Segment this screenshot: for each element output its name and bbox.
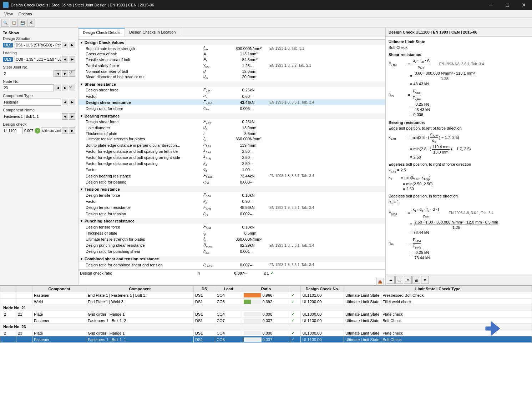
node-next-btn[interactable]: ▶ xyxy=(62,85,68,91)
dc-prev-btn[interactable]: ◀ xyxy=(62,127,68,134)
rp-copy-btn[interactable]: ⬅ xyxy=(387,276,395,284)
table-row: Partial safety factor γM2 1.25 -- EN 199… xyxy=(78,62,385,69)
dc-combo[interactable]: UL1100 xyxy=(3,127,23,134)
component-name-combo[interactable]: Fasteners 1 | Bolt 1, 1 xyxy=(3,113,61,120)
right-panel-title: Design Check UL1100 | EN 1993 | CEN | 20… xyxy=(389,30,529,34)
td-comp2: Grid girder | Flange 1 xyxy=(86,330,193,336)
table-row: Design shear force Fv,Ed 0.25 kN xyxy=(78,87,385,93)
section-combined[interactable]: ▼ Combined shear and tension resistance xyxy=(78,256,385,262)
rp-k1lef-calc1: = min(2.8 · ( 119.4 mm 13.0 mm ) − 1.7, … xyxy=(389,145,529,154)
table-row[interactable]: 2 23 Plate Grid girder | Flange 1 DS1 CO… xyxy=(0,330,532,336)
design-check-label: Design check xyxy=(3,122,75,126)
design-situation-combo[interactable]: DS1 - ULS (STR/GEO) - Perm... xyxy=(15,41,61,49)
td-comp1: Plate xyxy=(32,311,86,317)
rp-etafb-calc1: = 0.25 kN 73.44 kN xyxy=(389,250,529,260)
table-row[interactable]: Fastener Fasteners 1 | Bolt 1, 2 DS1 CO7… xyxy=(0,317,532,324)
table-row: Thickness of plate tp 8.5 mm xyxy=(78,230,385,236)
td-load: CO4 xyxy=(215,292,242,299)
to-show-label: To Show xyxy=(3,31,75,35)
td-check-desc: Ultimate Limit State | Plate check xyxy=(344,330,532,336)
table-row[interactable]: Fastener Fasteners 1 | Bolt 1, 1 DS1 CO8… xyxy=(0,336,532,343)
section-shear-resistance[interactable]: ▼ Shear resistance xyxy=(78,81,385,87)
td-comp1: Fastener xyxy=(32,317,86,324)
ctype-next-btn[interactable]: ▶ xyxy=(69,99,75,105)
app-icon xyxy=(3,2,9,8)
section-bearing-resistance[interactable]: ▼ Bearing resistance xyxy=(78,113,385,119)
toolbar-search[interactable]: 🔍 xyxy=(1,19,9,27)
rp-k1-formula: k1 = min(k1,lef, k1,rig) xyxy=(389,175,529,181)
toolbar-btn4[interactable]: 🖨 xyxy=(27,19,35,27)
rp-settings-btn[interactable]: ⚙ xyxy=(404,276,412,284)
table-row: Factor for edge distance and bolt spacin… xyxy=(78,161,385,167)
tab-design-check-details[interactable]: Design Check Details xyxy=(78,28,125,36)
table-row: Gross area of bolt A 113.1 mm² xyxy=(78,51,385,56)
table-row: Tensile stress area of bolt As 84.3 mm² xyxy=(78,56,385,62)
td-comp1: Plate xyxy=(32,330,86,336)
tab-design-checks-location[interactable]: Design Checks in Location xyxy=(125,28,180,36)
rp-list-btn[interactable]: ☰ xyxy=(395,276,403,284)
minimize-button[interactable]: ─ xyxy=(483,0,499,10)
ds-prev-btn[interactable]: ◀ xyxy=(62,42,68,48)
th-load: Load xyxy=(215,286,242,292)
joint-next-btn[interactable]: ▶ xyxy=(62,70,68,77)
table-row: Design shear force Fv,Ed 0.25 kN xyxy=(78,119,385,125)
loading-combo[interactable]: CO8 - 1.35 * LC1 + 1.50 * LC4 xyxy=(15,56,61,63)
table-row: Factor αv 0.60 -- xyxy=(78,93,385,99)
ds-next-btn[interactable]: ▶ xyxy=(69,42,75,48)
rp-k1lef-calc2: = 2.50 xyxy=(389,155,529,159)
table-row: Bolt to plate edge distance in perpendic… xyxy=(78,142,385,148)
rp-check-type: Bolt Check xyxy=(389,45,529,50)
toolbar-btn2[interactable]: 📋 xyxy=(10,19,18,27)
ctype-prev-btn[interactable]: ◀ xyxy=(62,99,68,105)
maximize-button[interactable]: □ xyxy=(499,0,516,10)
toolbar: 🔍 📋 💾 🖨 xyxy=(0,18,532,28)
td-joint: 2 xyxy=(0,311,16,317)
table-row[interactable]: Fastener End Plate 1 | Fasteners 1 | Bol… xyxy=(0,292,532,299)
th-check-no: Design Check No. xyxy=(301,286,344,292)
node-prev-btn[interactable]: ◀ xyxy=(55,85,61,91)
table-row: Design ratio for punching shear ηBp 0.00… xyxy=(78,249,385,255)
node-input[interactable]: 23 xyxy=(3,84,54,91)
joint-reset-btn[interactable]: ↺ xyxy=(69,70,75,77)
cname-prev-btn[interactable]: ◀ xyxy=(62,113,68,120)
rp-ab: αb = 1 xyxy=(389,200,529,205)
loading-next-btn[interactable]: ▶ xyxy=(69,56,75,62)
steel-joint-input[interactable]: 2 xyxy=(3,70,54,77)
td-node xyxy=(16,317,32,324)
dc-state-combo[interactable]: Ultimate Limit ... xyxy=(41,127,61,134)
dc-next-btn[interactable]: ▶ xyxy=(69,127,75,134)
td-ok: ✓ xyxy=(290,299,301,305)
bottom-table: Component Component DS Load Ratio Design… xyxy=(0,286,532,343)
component-type-combo[interactable]: Fastener xyxy=(3,99,61,106)
toolbar-btn3[interactable]: 💾 xyxy=(19,19,26,27)
node-reset-btn[interactable]: ↺ xyxy=(69,85,75,91)
section-tension-resistance[interactable]: ▼ Tension resistance xyxy=(78,186,385,192)
td-check-no: UL1000.00 xyxy=(301,330,344,336)
table-row[interactable]: 2 21 Plate Grid girder | Flange 1 DS1 CO… xyxy=(0,311,532,317)
rp-print-dropdown[interactable]: ▼ xyxy=(421,276,429,284)
dc-check-icon: ✓ xyxy=(270,271,274,275)
section-design-check-values[interactable]: ▼ Design Check Values xyxy=(78,40,385,45)
node-row: 23 ◀ ▶ ↺ xyxy=(3,84,75,91)
export-icon[interactable]: 📤 xyxy=(376,278,384,285)
right-panel-content[interactable]: Ultimate Limit State Bolt Check Shear re… xyxy=(386,37,532,275)
design-situation-row: ULS DS1 - ULS (STR/GEO) - Perm... ◀ ▶ xyxy=(3,41,75,49)
node-header-row: Node No. 23 xyxy=(0,324,532,330)
bottom-table-area[interactable]: Component Component DS Load Ratio Design… xyxy=(0,286,532,396)
cname-next-btn[interactable]: ▶ xyxy=(69,113,75,120)
table-row: Design ratio for combined shear and tens… xyxy=(78,262,385,268)
rp-bearing-section: Bearing resistance: Edge bolt position, … xyxy=(389,120,529,260)
section-punching-shear[interactable]: ▼ Punching shear resistance xyxy=(78,218,385,224)
td-ds: DS1 xyxy=(194,330,215,336)
menu-view[interactable]: View xyxy=(1,11,16,17)
rp-etafv-calc2: = 0.006 xyxy=(389,112,529,117)
menu-options[interactable]: Options xyxy=(16,11,35,17)
loading-prev-btn[interactable]: ◀ xyxy=(62,56,68,62)
rp-print-btn[interactable]: 🖨 xyxy=(412,276,420,284)
td-check-no: UL1200.00 xyxy=(301,299,344,305)
th-component2: Component xyxy=(86,286,193,292)
table-row[interactable]: Weld End Plate 1 | Weld 3 DS1 CO8 0.392 … xyxy=(0,299,532,305)
table-row: Hole diameter d0 13.0 mm xyxy=(78,125,385,131)
close-window-button[interactable]: ✕ xyxy=(516,0,532,10)
joint-prev-btn[interactable]: ◀ xyxy=(55,70,61,77)
